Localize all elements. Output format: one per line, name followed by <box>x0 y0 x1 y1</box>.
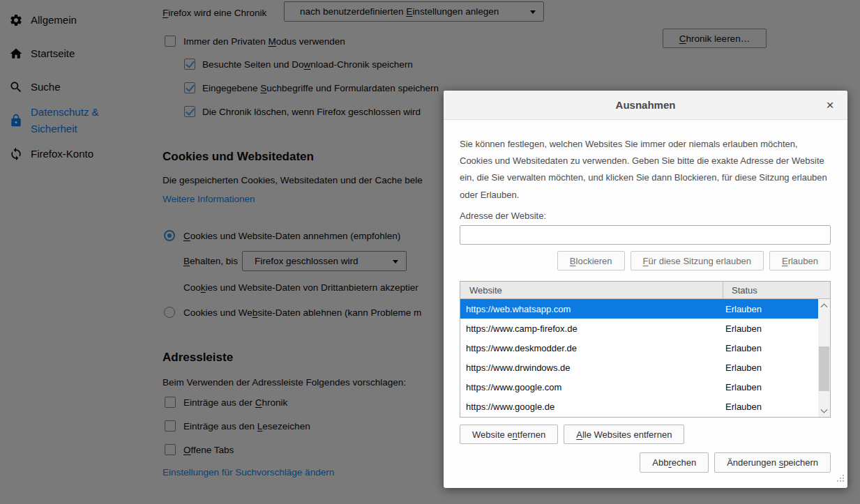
table-row[interactable]: https://www.google.de Erlauben <box>460 397 830 416</box>
table-row[interactable]: https://www.deskmodder.de Erlauben <box>460 338 830 358</box>
remove-all-websites-button[interactable]: Alle Websites entfernen <box>564 425 684 444</box>
footer-buttons-row: Abbrechen Änderungen speichern <box>640 452 831 473</box>
resize-grip-icon[interactable] <box>836 474 845 484</box>
table-scrollbar[interactable] <box>818 299 830 417</box>
cancel-button[interactable]: Abbrechen <box>640 452 709 473</box>
dialog-title: Ausnahmen <box>616 99 676 111</box>
address-label: Adresse der Website: <box>460 211 546 221</box>
address-input[interactable] <box>460 225 831 245</box>
scrollbar-thumb[interactable] <box>819 346 829 391</box>
scroll-up-icon[interactable] <box>818 299 830 310</box>
remove-buttons-row: Website entfernen Alle Websites entferne… <box>460 425 684 444</box>
table-row[interactable]: https://www.drwindows.de Erlauben <box>460 358 830 377</box>
scroll-down-icon[interactable] <box>818 406 830 417</box>
status-column-header[interactable]: Status <box>723 282 830 298</box>
table-header: Website Status <box>460 282 830 299</box>
dialog-header: Ausnahmen × <box>444 91 847 120</box>
close-icon[interactable]: × <box>817 91 843 120</box>
remove-website-button[interactable]: Website entfernen <box>460 425 558 444</box>
exceptions-table: Website Status https://web.whatsapp.com … <box>460 281 831 418</box>
allow-session-button[interactable]: Für diese Sitzung erlauben <box>631 251 764 270</box>
save-changes-button[interactable]: Änderungen speichern <box>714 452 831 473</box>
exceptions-dialog: Ausnahmen × Sie können festlegen, welche… <box>444 91 847 488</box>
table-row[interactable]: https://www.google.com Erlauben <box>460 377 830 397</box>
table-row[interactable]: https://web.whatsapp.com Erlauben <box>460 299 830 319</box>
action-buttons-row: Blockieren Für diese Sitzung erlauben Er… <box>557 251 831 270</box>
allow-button[interactable]: Erlauben <box>769 251 831 270</box>
dialog-description: Sie können festlegen, welchen Websites S… <box>460 136 833 204</box>
block-button[interactable]: Blockieren <box>557 251 625 270</box>
table-row[interactable]: https://www.camp-firefox.de Erlauben <box>460 319 830 338</box>
website-column-header[interactable]: Website <box>460 282 723 298</box>
